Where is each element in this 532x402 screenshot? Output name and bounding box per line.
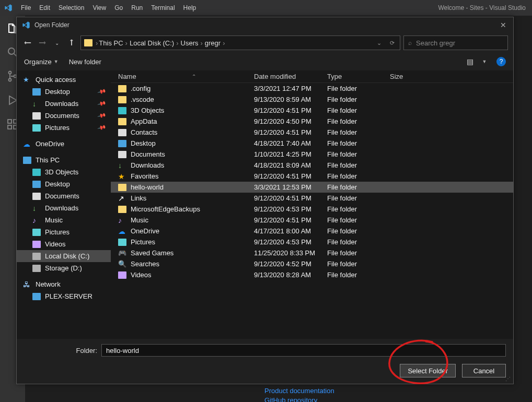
chevron-down-icon[interactable]: ⌄	[377, 40, 381, 46]
col-type[interactable]: Type	[320, 73, 383, 80]
nav-item-3d-objects[interactable]: 3D Objects	[17, 166, 111, 178]
breadcrumb[interactable]: › This PC›Local Disk (C:)›Users›gregr› ⌄…	[80, 36, 400, 50]
file-row[interactable]: ↗Links9/12/2020 4:51 PMFile folder	[111, 193, 513, 204]
search-input[interactable]: ⌕ Search gregr	[403, 36, 508, 50]
link-product-docs[interactable]: Product documentation	[264, 386, 334, 396]
up-button[interactable]: 🠕	[66, 37, 77, 49]
nav-this-pc[interactable]: This PC	[17, 154, 111, 166]
toolbar: Organize▼ New folder ▤ ▼ ?	[17, 53, 513, 70]
col-name[interactable]: Name⌃	[111, 73, 247, 80]
menu-run[interactable]: Run	[127, 0, 147, 16]
nav-item-music[interactable]: ♪Music	[17, 214, 111, 226]
file-type: File folder	[320, 139, 383, 147]
menu-file[interactable]: File	[17, 0, 35, 16]
select-folder-button[interactable]: Select Folder	[400, 364, 456, 377]
nav-item-downloads[interactable]: ↓Downloads	[17, 202, 111, 214]
file-name: Downloads	[131, 161, 164, 169]
cancel-button[interactable]: Cancel	[462, 364, 506, 377]
file-row[interactable]: AppData9/12/2020 4:50 PMFile folder	[111, 116, 513, 127]
file-row[interactable]: 🎮Saved Games11/25/2020 8:33 PMFile folde…	[111, 247, 513, 258]
nav-network[interactable]: 🖧Network	[17, 278, 111, 290]
file-row[interactable]: MicrosoftEdgeBackups9/12/2020 4:53 PMFil…	[111, 204, 513, 215]
file-row[interactable]: 3D Objects9/12/2020 4:51 PMFile folder	[111, 105, 513, 116]
file-row[interactable]: ↓Downloads4/18/2021 8:09 AMFile folder	[111, 160, 513, 171]
menu-view[interactable]: View	[88, 0, 110, 16]
file-name: Documents	[131, 150, 165, 158]
nav-item-pictures[interactable]: Pictures📌	[17, 122, 111, 134]
file-type: File folder	[320, 271, 383, 279]
breadcrumb-segment[interactable]: Users	[181, 39, 199, 47]
cloud-icon: ☁	[23, 140, 31, 148]
dialog-footer: Folder: Select Folder Cancel ⋰	[17, 339, 513, 384]
col-size[interactable]: Size	[383, 73, 424, 80]
file-row[interactable]: hello-world3/3/2021 12:53 PMFile folder	[111, 182, 513, 193]
file-row[interactable]: Videos9/13/2020 8:28 AMFile folder	[111, 269, 513, 280]
nav-item-label: 3D Objects	[45, 168, 78, 176]
view-mode-button[interactable]: ▤	[464, 56, 476, 67]
file-row[interactable]: Pictures9/12/2020 4:53 PMFile folder	[111, 237, 513, 247]
folder-icon	[84, 39, 92, 46]
folder-icon	[118, 85, 126, 92]
new-folder-button[interactable]: New folder	[69, 58, 101, 66]
col-date[interactable]: Date modified	[247, 73, 320, 80]
nav-item-storage-d-[interactable]: Storage (D:)	[17, 262, 111, 274]
refresh-icon[interactable]: ⟳	[390, 40, 395, 46]
file-type: File folder	[320, 260, 383, 268]
view-dropdown[interactable]: ▼	[479, 56, 490, 67]
file-date: 3/3/2021 12:47 PM	[247, 85, 320, 92]
dialog-titlebar: Open Folder ✕	[17, 17, 513, 33]
file-type: File folder	[320, 216, 383, 224]
file-row[interactable]: ☁OneDrive4/17/2021 8:00 AMFile folder	[111, 226, 513, 237]
nav-row: 🠔 🠖 ⌄ 🠕 › This PC›Local Disk (C:)›Users›…	[17, 33, 513, 53]
file-row[interactable]: .vscode9/13/2020 8:59 AMFile folder	[111, 94, 513, 105]
menu-go[interactable]: Go	[110, 0, 127, 16]
nav-item-desktop[interactable]: Desktop	[17, 178, 111, 190]
breadcrumb-segment[interactable]: This PC	[99, 39, 123, 47]
breadcrumb-segment[interactable]: Local Disk (C:)	[130, 39, 174, 47]
cube-icon	[118, 107, 126, 114]
file-name: MicrosoftEdgeBackups	[131, 205, 200, 213]
file-list: Name⌃ Date modified Type Size .config3/3…	[111, 70, 513, 339]
resize-grip-icon[interactable]: ⋰	[505, 376, 510, 382]
nav-item-documents[interactable]: Documents📌	[17, 110, 111, 122]
close-icon[interactable]: ✕	[499, 20, 508, 30]
help-button[interactable]: ?	[496, 57, 506, 66]
nav-item-desktop[interactable]: Desktop📌	[17, 86, 111, 98]
menu-edit[interactable]: Edit	[35, 0, 54, 16]
cloud-icon: ☁	[118, 228, 126, 235]
organize-menu[interactable]: Organize▼	[24, 58, 59, 66]
nav-item-downloads[interactable]: ↓Downloads📌	[17, 98, 111, 110]
menu-terminal[interactable]: Terminal	[147, 0, 179, 16]
file-row[interactable]: ♪Music9/12/2020 4:51 PMFile folder	[111, 215, 513, 226]
nav-item-documents[interactable]: Documents	[17, 190, 111, 202]
file-row[interactable]: Desktop4/18/2021 7:40 AMFile folder	[111, 138, 513, 149]
breadcrumb-segment[interactable]: gregr	[205, 39, 221, 47]
pin-icon: 📌	[97, 123, 107, 132]
nav-item-pictures[interactable]: Pictures	[17, 226, 111, 238]
nav-onedrive[interactable]: ☁OneDrive	[17, 138, 111, 150]
file-row[interactable]: ★Favorites9/12/2020 4:51 PMFile folder	[111, 171, 513, 182]
dialog-title-text: Open Folder	[34, 21, 70, 29]
folder-name-input[interactable]	[101, 344, 506, 357]
file-type: File folder	[320, 194, 383, 202]
music-icon: ♪	[32, 217, 41, 224]
nav-item-videos[interactable]: Videos	[17, 238, 111, 250]
file-date: 9/12/2020 4:53 PM	[247, 238, 320, 246]
back-button[interactable]: 🠔	[22, 37, 33, 49]
menu-selection[interactable]: Selection	[54, 0, 88, 16]
link-github-repo[interactable]: GitHub repository	[264, 396, 334, 402]
nav-item-local-disk-c-[interactable]: Local Disk (C:)	[17, 250, 111, 262]
file-row[interactable]: .config3/3/2021 12:47 PMFile folder	[111, 83, 513, 94]
star-icon: ★	[23, 76, 31, 84]
nav-quick-access[interactable]: ★Quick access	[17, 74, 111, 86]
forward-button[interactable]: 🠖	[37, 37, 48, 49]
menu-help[interactable]: Help	[179, 0, 201, 16]
file-row[interactable]: Contacts9/12/2020 4:51 PMFile folder	[111, 127, 513, 138]
file-name: Saved Games	[131, 249, 174, 257]
file-row[interactable]: 🔍Searches9/12/2020 4:52 PMFile folder	[111, 258, 513, 269]
recent-dropdown[interactable]: ⌄	[51, 37, 63, 49]
pin-icon: 📌	[97, 111, 107, 120]
file-row[interactable]: Documents1/10/2021 4:25 PMFile folder	[111, 149, 513, 160]
nav-item-plex-server[interactable]: PLEX-SERVER	[17, 290, 111, 302]
file-date: 1/10/2021 4:25 PM	[247, 150, 320, 158]
